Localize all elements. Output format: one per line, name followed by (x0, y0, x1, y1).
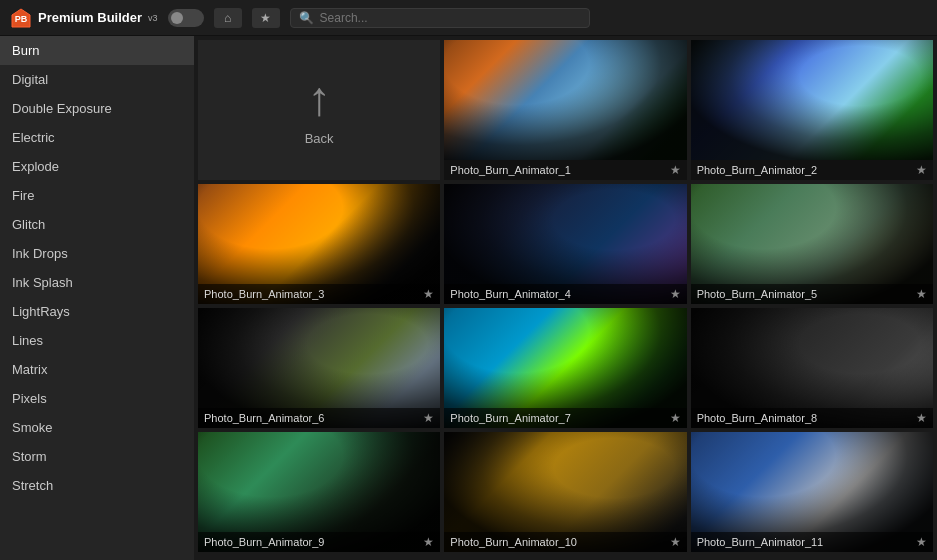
list-item[interactable]: Photo_Burn_Animator_9 ★ (198, 432, 440, 552)
thumbnail-container (691, 40, 933, 160)
list-item[interactable]: Photo_Burn_Animator_6 ★ (198, 308, 440, 428)
app-title: Premium Builder (38, 10, 142, 25)
sidebar-item-fire[interactable]: Fire (0, 181, 194, 210)
favorite-icon[interactable]: ★ (423, 535, 434, 549)
list-item[interactable]: Photo_Burn_Animator_5 ★ (691, 184, 933, 304)
back-arrow-icon: ↑ (307, 75, 331, 123)
main-layout: Burn Digital Double Exposure Electric Ex… (0, 36, 937, 560)
sidebar-item-pixels[interactable]: Pixels (0, 384, 194, 413)
svg-text:PB: PB (15, 14, 28, 24)
favorite-icon[interactable]: ★ (423, 287, 434, 301)
sidebar-item-burn[interactable]: Burn (0, 36, 194, 65)
item-name: Photo_Burn_Animator_2 (697, 164, 817, 176)
back-label: Back (305, 131, 334, 146)
thumbnail-container (444, 40, 686, 160)
sidebar-item-matrix[interactable]: Matrix (0, 355, 194, 384)
item-name: Photo_Burn_Animator_3 (204, 288, 324, 300)
sidebar-item-stretch[interactable]: Stretch (0, 471, 194, 500)
list-item[interactable]: Photo_Burn_Animator_3 ★ (198, 184, 440, 304)
sidebar-item-ink-splash[interactable]: Ink Splash (0, 268, 194, 297)
item-name: Photo_Burn_Animator_9 (204, 536, 324, 548)
thumbnail (691, 40, 933, 160)
favorite-icon[interactable]: ★ (670, 411, 681, 425)
item-name: Photo_Burn_Animator_1 (450, 164, 570, 176)
list-item[interactable]: Photo_Burn_Animator_1 ★ (444, 40, 686, 180)
list-item[interactable]: Photo_Burn_Animator_10 ★ (444, 432, 686, 552)
item-label: Photo_Burn_Animator_5 ★ (691, 284, 933, 304)
item-label: Photo_Burn_Animator_10 ★ (444, 532, 686, 552)
item-name: Photo_Burn_Animator_7 (450, 412, 570, 424)
thumbnail (444, 40, 686, 160)
sidebar-item-storm[interactable]: Storm (0, 442, 194, 471)
item-label: Photo_Burn_Animator_4 ★ (444, 284, 686, 304)
sidebar-item-lines[interactable]: Lines (0, 326, 194, 355)
item-label: Photo_Burn_Animator_3 ★ (198, 284, 440, 304)
favorite-icon[interactable]: ★ (916, 411, 927, 425)
home-icon: ⌂ (224, 11, 231, 25)
app-version: v3 (148, 13, 158, 23)
sidebar-item-electric[interactable]: Electric (0, 123, 194, 152)
favorite-icon[interactable]: ★ (916, 535, 927, 549)
item-label: Photo_Burn_Animator_1 ★ (444, 160, 686, 180)
item-name: Photo_Burn_Animator_6 (204, 412, 324, 424)
favorite-icon[interactable]: ★ (670, 287, 681, 301)
star-icon: ★ (260, 11, 271, 25)
sidebar-item-lightrays[interactable]: LightRays (0, 297, 194, 326)
favorite-icon[interactable]: ★ (670, 535, 681, 549)
content-grid: ↑ Back Photo_Burn_Animator_1 ★ (198, 40, 933, 552)
toggle-button[interactable] (168, 9, 204, 27)
app-logo: PB (10, 7, 32, 29)
sidebar-item-explode[interactable]: Explode (0, 152, 194, 181)
favorite-icon[interactable]: ★ (423, 411, 434, 425)
search-input[interactable] (320, 11, 581, 25)
content-area: ↑ Back Photo_Burn_Animator_1 ★ (194, 36, 937, 560)
favorite-icon[interactable]: ★ (670, 163, 681, 177)
sidebar-item-double-exposure[interactable]: Double Exposure (0, 94, 194, 123)
item-name: Photo_Burn_Animator_5 (697, 288, 817, 300)
item-label: Photo_Burn_Animator_7 ★ (444, 408, 686, 428)
search-bar: 🔍 (290, 8, 590, 28)
item-name: Photo_Burn_Animator_8 (697, 412, 817, 424)
list-item[interactable]: Photo_Burn_Animator_11 ★ (691, 432, 933, 552)
search-icon: 🔍 (299, 11, 314, 25)
item-label: Photo_Burn_Animator_6 ★ (198, 408, 440, 428)
home-button[interactable]: ⌂ (214, 8, 242, 28)
favorite-icon[interactable]: ★ (916, 287, 927, 301)
item-name: Photo_Burn_Animator_10 (450, 536, 577, 548)
item-label: Photo_Burn_Animator_9 ★ (198, 532, 440, 552)
favorite-icon[interactable]: ★ (916, 163, 927, 177)
header: PB Premium Builder v3 ⌂ ★ 🔍 (0, 0, 937, 36)
back-button[interactable]: ↑ Back (198, 40, 440, 180)
list-item[interactable]: Photo_Burn_Animator_4 ★ (444, 184, 686, 304)
item-label: Photo_Burn_Animator_2 ★ (691, 160, 933, 180)
list-item[interactable]: Photo_Burn_Animator_2 ★ (691, 40, 933, 180)
sidebar-item-digital[interactable]: Digital (0, 65, 194, 94)
favorites-button[interactable]: ★ (252, 8, 280, 28)
list-item[interactable]: Photo_Burn_Animator_7 ★ (444, 308, 686, 428)
item-label: Photo_Burn_Animator_11 ★ (691, 532, 933, 552)
sidebar: Burn Digital Double Exposure Electric Ex… (0, 36, 194, 560)
sidebar-item-glitch[interactable]: Glitch (0, 210, 194, 239)
sidebar-item-smoke[interactable]: Smoke (0, 413, 194, 442)
item-name: Photo_Burn_Animator_11 (697, 536, 824, 548)
logo-area: PB Premium Builder v3 (10, 7, 158, 29)
item-label: Photo_Burn_Animator_8 ★ (691, 408, 933, 428)
item-name: Photo_Burn_Animator_4 (450, 288, 570, 300)
sidebar-item-ink-drops[interactable]: Ink Drops (0, 239, 194, 268)
list-item[interactable]: Photo_Burn_Animator_8 ★ (691, 308, 933, 428)
